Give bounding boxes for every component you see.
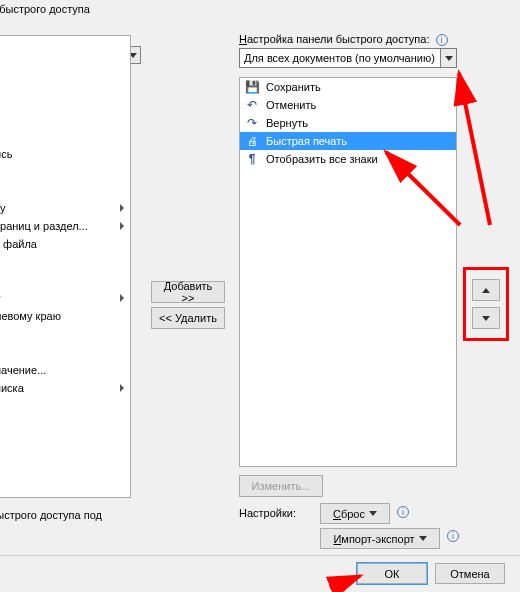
- chevron-down-icon: [445, 56, 453, 61]
- page-title-fragment: и быстрого доступа: [0, 3, 90, 15]
- scope-dropdown[interactable]: Для всех документов (по умолчанию): [239, 48, 457, 68]
- quick-access-item[interactable]: ↷Вернуть: [240, 114, 456, 132]
- command-list-item[interactable]: писка: [0, 379, 130, 397]
- command-label: ку: [0, 202, 5, 214]
- help-icon[interactable]: i: [447, 530, 459, 542]
- cancel-button[interactable]: Отмена: [435, 563, 505, 584]
- position-label-fragment: быстрого доступа под: [0, 509, 102, 521]
- print-icon: 🖨: [244, 133, 260, 149]
- command-list-item[interactable]: начение...: [0, 361, 130, 379]
- expand-arrow-icon: [120, 294, 124, 302]
- command-label: у: [0, 292, 1, 304]
- scope-dropdown-button[interactable]: [440, 49, 456, 67]
- import-export-button[interactable]: Импорт-экспорт: [320, 528, 440, 549]
- svg-line-2: [330, 576, 360, 588]
- add-button[interactable]: Добавить >>: [151, 281, 225, 303]
- help-icon[interactable]: i: [397, 506, 409, 518]
- command-label: траниц и раздел...: [0, 220, 88, 232]
- settings-label: Настройки:: [239, 507, 296, 519]
- quick-access-item-label: Вернуть: [266, 117, 308, 129]
- quick-access-item-label: Быстрая печать: [266, 135, 347, 147]
- quick-access-item-label: Сохранить: [266, 81, 321, 93]
- quick-access-item-label: Отменить: [266, 99, 316, 111]
- command-list-item[interactable]: ку: [0, 199, 130, 217]
- undo-icon: ↶: [244, 97, 260, 113]
- save-icon: 💾: [244, 79, 260, 95]
- ok-button[interactable]: ОК: [357, 563, 427, 584]
- command-label: ись: [0, 148, 12, 160]
- command-list-item[interactable]: [0, 73, 130, 91]
- command-list-item[interactable]: [0, 91, 130, 109]
- command-list-item[interactable]: ись: [0, 145, 130, 163]
- command-label: писка: [0, 382, 24, 394]
- expand-arrow-icon: [120, 222, 124, 230]
- quick-access-item[interactable]: 🖨Быстрая печать: [240, 132, 456, 150]
- quick-access-item[interactable]: ¶Отобразить все знаки: [240, 150, 456, 168]
- expand-arrow-icon: [120, 384, 124, 392]
- customize-label: Настройка панели быстрого доступа: i: [239, 33, 448, 46]
- help-icon[interactable]: i: [436, 34, 448, 46]
- quick-access-item[interactable]: 💾Сохранить: [240, 78, 456, 96]
- command-label: з файла: [0, 238, 37, 250]
- arrow-up-icon: [482, 288, 490, 293]
- command-label: начение...: [0, 364, 46, 376]
- modify-button[interactable]: Изменить...: [239, 475, 323, 497]
- quick-access-item-label: Отобразить все знаки: [266, 153, 378, 165]
- move-down-button[interactable]: [472, 307, 500, 329]
- svg-line-0: [459, 73, 490, 225]
- quick-access-item[interactable]: ↶Отменить: [240, 96, 456, 114]
- command-list-item[interactable]: з файла: [0, 235, 130, 253]
- command-list-item[interactable]: траниц и раздел...: [0, 217, 130, 235]
- move-up-button[interactable]: [472, 279, 500, 301]
- chevron-down-icon: [419, 536, 427, 541]
- commands-list-panel: иськутраниц и раздел...з файлаулевому кр…: [0, 35, 131, 498]
- dialog-divider: [0, 555, 520, 556]
- redo-icon: ↷: [244, 115, 260, 131]
- scope-dropdown-value: Для всех документов (по умолчанию): [240, 52, 440, 64]
- command-label: левому краю: [0, 310, 61, 322]
- arrow-down-icon: [482, 316, 490, 321]
- chevron-down-icon: [369, 511, 377, 516]
- command-list-item[interactable]: левому краю: [0, 307, 130, 325]
- expand-arrow-icon: [120, 204, 124, 212]
- remove-button[interactable]: << Удалить: [151, 307, 225, 329]
- reset-button[interactable]: Сброс: [320, 503, 390, 524]
- para-icon: ¶: [244, 151, 260, 167]
- command-list-item[interactable]: у: [0, 289, 130, 307]
- reorder-button-group: [463, 267, 509, 341]
- quick-access-list[interactable]: 💾Сохранить↶Отменить↷Вернуть🖨Быстрая печа…: [239, 77, 457, 467]
